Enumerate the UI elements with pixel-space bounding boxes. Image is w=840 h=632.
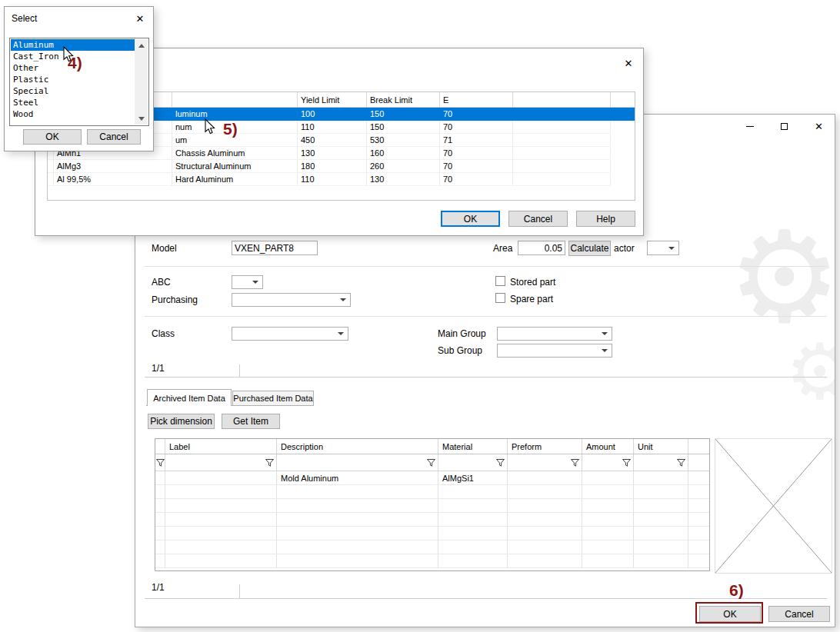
- grid-empty-row[interactable]: [155, 554, 709, 568]
- row-header-cell: [155, 485, 165, 498]
- cell-e: 70: [440, 173, 513, 186]
- close-button[interactable]: ✕: [802, 115, 835, 138]
- column-header-amount[interactable]: Amount: [582, 439, 634, 454]
- column-header-description[interactable]: [172, 92, 298, 107]
- close-button[interactable]: ✕: [618, 53, 639, 73]
- cell-label: [165, 485, 277, 498]
- column-header-label[interactable]: Label: [165, 439, 277, 454]
- listbox-scrollbar[interactable]: [135, 39, 148, 125]
- pick-dimension-button[interactable]: Pick dimension: [148, 414, 215, 429]
- factor-dropdown[interactable]: [647, 241, 679, 255]
- spare-part-checkbox[interactable]: [495, 293, 505, 303]
- filter-cell-description[interactable]: [277, 454, 438, 471]
- grid-empty-row[interactable]: [155, 513, 709, 527]
- column-header-yield[interactable]: Yield Limit: [298, 92, 367, 107]
- grid-empty-row[interactable]: [155, 527, 709, 541]
- grid-corner-cell: [155, 439, 165, 454]
- material-row[interactable]: AlMg3Structural Aluminum18026070: [48, 160, 635, 173]
- annotation-step-4: 4): [68, 54, 82, 72]
- cell-preform: [508, 527, 582, 540]
- grid-spill-cell: [688, 499, 709, 512]
- cell-description: Mold Aluminum: [277, 471, 438, 484]
- cell-description: [277, 485, 438, 498]
- select-dialog: Select ✕ AluminumCast_IronOtherPlasticSp…: [4, 6, 154, 151]
- list-item[interactable]: Plastic: [11, 74, 135, 85]
- cell-preform: [508, 513, 582, 526]
- get-item-button[interactable]: Get Item: [222, 414, 280, 429]
- minimize-button[interactable]: [732, 115, 767, 138]
- scroll-up-button[interactable]: [135, 39, 148, 52]
- item-grid-table[interactable]: LabelDescriptionMaterialPreformAmountUni…: [155, 438, 710, 571]
- scroll-down-button[interactable]: [135, 112, 148, 125]
- material-listbox[interactable]: AluminumCast_IronOtherPlasticSpecialStee…: [9, 38, 149, 126]
- cancel-button[interactable]: Cancel: [768, 606, 830, 622]
- grid-spill-cell: [688, 454, 709, 471]
- cell-yield: 130: [298, 147, 367, 160]
- area-input[interactable]: [518, 241, 565, 255]
- column-header-material[interactable]: Material: [438, 439, 508, 454]
- list-item[interactable]: Special: [11, 85, 135, 97]
- calculate-button[interactable]: Calculate: [568, 241, 611, 256]
- grid-empty-row[interactable]: [155, 499, 709, 513]
- cell-yield: 110: [298, 121, 367, 134]
- cell-extra: [513, 121, 611, 134]
- column-header-e[interactable]: E: [440, 92, 513, 107]
- cancel-button[interactable]: Cancel: [508, 211, 568, 227]
- filter-cell-preform[interactable]: [508, 454, 582, 471]
- abc-dropdown[interactable]: [232, 275, 263, 289]
- row-header-cell: [155, 499, 165, 512]
- filter-cell-unit[interactable]: [634, 454, 688, 471]
- abc-label: ABC: [152, 277, 171, 288]
- cell-label: [165, 471, 277, 484]
- row-header-cell: [155, 527, 165, 540]
- minimize-icon: [746, 126, 754, 127]
- column-header-break[interactable]: Break Limit: [367, 92, 440, 107]
- column-header-preform[interactable]: Preform: [508, 439, 582, 454]
- stored-part-checkbox[interactable]: [495, 276, 505, 286]
- ok-button[interactable]: OK: [23, 129, 82, 145]
- help-button[interactable]: Help: [576, 211, 635, 227]
- grid-empty-row[interactable]: [155, 541, 709, 554]
- filter-funnel-icon: [571, 459, 579, 467]
- cell-break: 130: [367, 173, 440, 186]
- cell-extra: [513, 160, 611, 173]
- filter-cell[interactable]: [155, 454, 165, 471]
- grid-spill-cell: [688, 527, 709, 540]
- scroll-up-icon: [138, 41, 145, 48]
- filter-funnel-icon: [622, 459, 631, 467]
- close-button[interactable]: ✕: [128, 9, 152, 28]
- filter-cell-amount[interactable]: [582, 454, 634, 471]
- cell-unit: [634, 471, 688, 484]
- ok-button[interactable]: OK: [441, 211, 500, 227]
- cell-yield: 100: [298, 108, 367, 121]
- list-item[interactable]: Steel: [11, 97, 135, 108]
- separator: [145, 316, 827, 317]
- grid-spill-cell: [688, 485, 709, 498]
- purchasing-dropdown[interactable]: [232, 293, 351, 307]
- separator: [145, 377, 827, 378]
- grid-data-row[interactable]: Mold AluminumAlMgSi1: [155, 471, 709, 485]
- model-input[interactable]: [232, 241, 318, 255]
- cell-description: Structural Aluminum: [172, 160, 298, 173]
- area-label: Area: [493, 243, 512, 254]
- column-header-unit[interactable]: Unit: [634, 439, 688, 454]
- tab-archived-item-data[interactable]: Archived Item Data: [147, 389, 232, 406]
- sub-group-dropdown[interactable]: [497, 344, 612, 358]
- scroll-down-icon: [138, 117, 145, 124]
- tab-purchased-item-data[interactable]: Purchased Item Data: [232, 391, 314, 405]
- cell-label: [165, 513, 277, 526]
- annotation-step-5: 5): [223, 120, 238, 138]
- maximize-button[interactable]: [767, 115, 802, 138]
- main-group-dropdown[interactable]: [497, 327, 612, 341]
- filter-cell-label[interactable]: [165, 454, 277, 471]
- cell-label: [165, 541, 277, 554]
- class-dropdown[interactable]: [232, 327, 348, 341]
- filter-funnel-icon: [677, 459, 685, 467]
- filter-cell-material[interactable]: [438, 454, 508, 471]
- grid-empty-row[interactable]: [155, 485, 709, 499]
- list-item[interactable]: Wood: [11, 108, 135, 120]
- column-header-description[interactable]: Description: [277, 439, 438, 454]
- factor-label: actor: [614, 243, 635, 254]
- material-row[interactable]: Al 99,5%Hard Aluminum11013070: [48, 173, 635, 186]
- cancel-button[interactable]: Cancel: [87, 129, 141, 145]
